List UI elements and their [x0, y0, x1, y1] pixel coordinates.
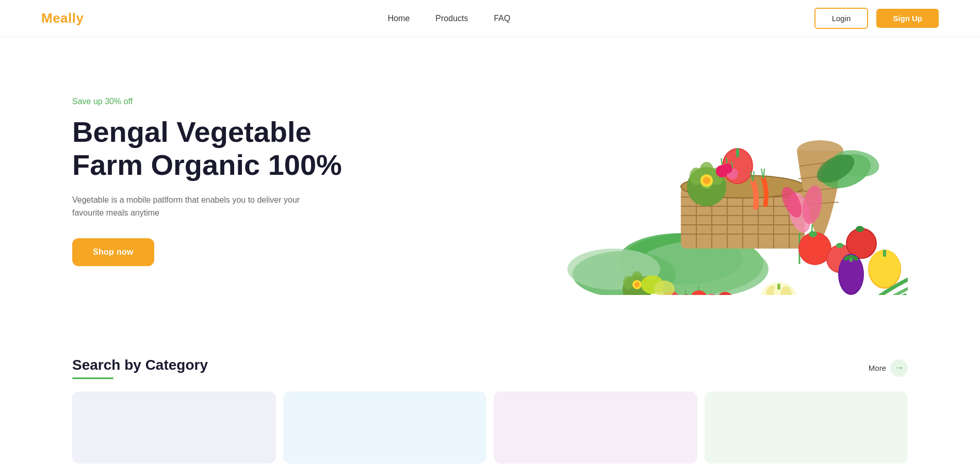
svg-point-91 — [634, 282, 640, 287]
svg-point-42 — [799, 233, 830, 264]
svg-point-43 — [809, 231, 817, 237]
svg-point-35 — [703, 177, 710, 184]
more-label: More — [869, 364, 886, 372]
category-card-1[interactable] — [72, 391, 276, 464]
hero-description: Vegetable is a mobile patlform that enab… — [72, 193, 309, 220]
shop-now-button[interactable]: Shop now — [72, 238, 154, 266]
nav-link-home[interactable]: Home — [388, 14, 410, 23]
hero-image — [547, 68, 908, 295]
svg-rect-64 — [777, 284, 780, 290]
nav-link-faq[interactable]: FAQ — [494, 14, 510, 23]
category-cards — [72, 391, 908, 464]
navbar: Meally Home Products FAQ Login Sign Up — [0, 0, 980, 37]
hero-badge: Save up 30% off — [72, 97, 361, 106]
svg-point-48 — [847, 229, 876, 258]
category-underline — [72, 377, 113, 379]
svg-point-46 — [836, 243, 843, 248]
login-button[interactable]: Login — [814, 8, 869, 29]
hero-title: Bengal Vegetable Farm Organic 100% — [72, 116, 361, 182]
svg-rect-67 — [883, 250, 886, 257]
svg-point-49 — [856, 226, 864, 232]
hero-content: Save up 30% off Bengal Vegetable Farm Or… — [72, 97, 361, 266]
svg-rect-27 — [736, 148, 739, 157]
svg-line-58 — [698, 286, 699, 290]
category-card-4[interactable] — [705, 391, 908, 464]
svg-line-76 — [721, 158, 722, 165]
navbar-actions: Login Sign Up — [814, 8, 939, 29]
category-section: Search by Category More → — [0, 336, 980, 464]
category-title: Search by Category — [72, 357, 208, 373]
veggie-svg — [547, 68, 908, 295]
svg-point-75 — [722, 163, 732, 174]
more-link[interactable]: More → — [869, 359, 908, 377]
category-title-wrap: Search by Category — [72, 357, 208, 379]
category-card-2[interactable] — [283, 391, 487, 464]
category-header: Search by Category More → — [72, 357, 908, 379]
category-card-3[interactable] — [494, 391, 697, 464]
nav-links: Home Products FAQ — [388, 14, 511, 23]
more-arrow-icon: → — [890, 359, 908, 377]
brand-logo[interactable]: Meally — [41, 10, 84, 26]
svg-point-89 — [623, 276, 633, 289]
nav-link-products[interactable]: Products — [435, 14, 468, 23]
signup-button[interactable]: Sign Up — [876, 9, 939, 28]
hero-section: Save up 30% off Bengal Vegetable Farm Or… — [0, 37, 980, 336]
